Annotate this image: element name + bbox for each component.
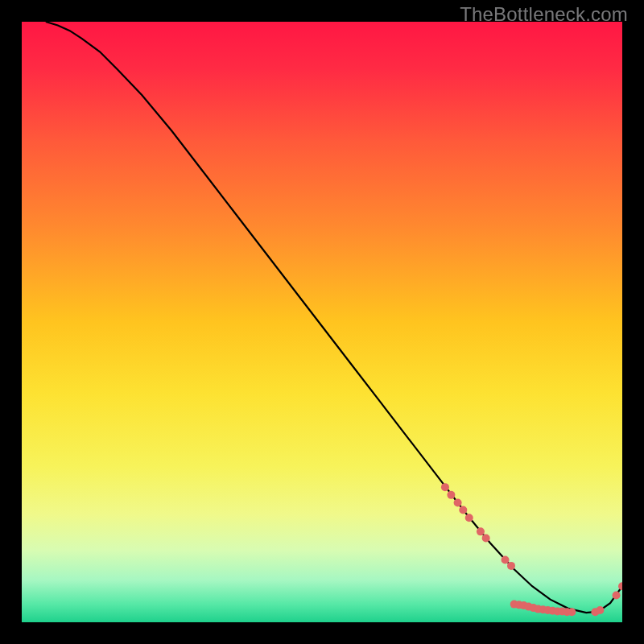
data-marker [568,608,576,616]
data-marker [482,535,490,543]
data-marker [465,514,473,522]
data-marker [477,527,485,535]
data-marker [454,499,462,507]
gradient-background [22,22,622,622]
bottleneck-chart [22,22,622,622]
chart-container: TheBottleneck.com [0,0,644,644]
data-marker [447,491,455,499]
data-marker [613,591,621,599]
data-marker [507,562,515,570]
data-marker [596,606,604,614]
data-marker [441,483,449,491]
data-marker [459,506,467,514]
data-marker [502,555,510,564]
plot-area [22,22,622,622]
